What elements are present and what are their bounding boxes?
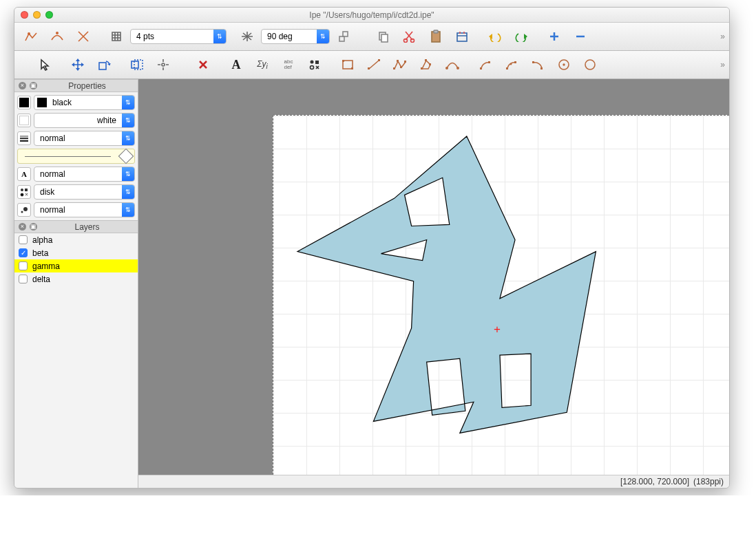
svg-point-15 [411, 39, 414, 43]
fill-swatch-icon[interactable] [17, 114, 31, 127]
chevron-updown-icon: ⇅ [213, 30, 226, 43]
paste-icon[interactable] [423, 26, 448, 47]
paragraph-icon[interactable]: abcdef [276, 54, 301, 75]
svg-rect-36 [132, 61, 138, 68]
svg-rect-8 [343, 32, 348, 36]
arrow-style-bar[interactable] [17, 149, 135, 164]
toolbar-overflow-icon[interactable]: » [720, 32, 725, 41]
grid-size-combo[interactable]: 4 pts ⇅ [130, 29, 227, 44]
svg-rect-80 [25, 189, 28, 191]
stretch-tool-icon[interactable] [125, 54, 149, 75]
pan-tool-icon[interactable] [151, 54, 176, 75]
svg-point-14 [404, 39, 408, 43]
pen-icon [17, 131, 31, 145]
layer-visibility-checkbox[interactable] [19, 261, 28, 270]
zoom-window-button[interactable] [45, 11, 53, 19]
stroke-swatch-icon[interactable] [17, 96, 31, 109]
select-tool-icon[interactable] [32, 54, 57, 75]
copy-icon[interactable] [371, 26, 396, 47]
status-ppi: (183ppi) [693, 477, 724, 486]
toolbar-tools: A Σyi abcdef » [14, 51, 729, 79]
arc3-icon[interactable] [525, 54, 550, 75]
line-icon[interactable] [361, 54, 386, 75]
circle2-icon[interactable] [578, 54, 602, 75]
svg-rect-56 [393, 67, 395, 69]
snap-intersection-icon[interactable] [71, 26, 96, 47]
layer-visibility-checkbox[interactable] [19, 275, 28, 283]
svg-marker-27 [41, 60, 48, 70]
mark-icon[interactable] [302, 54, 327, 75]
drawn-shape[interactable] [297, 136, 596, 433]
snap-grid-icon[interactable] [104, 26, 129, 47]
close-panel-icon[interactable]: × [19, 223, 26, 230]
math-icon[interactable]: Σyi [250, 54, 275, 75]
svg-point-74 [563, 63, 565, 65]
mark-size-combo[interactable]: normal⇅ [34, 202, 135, 217]
text-size-combo[interactable]: normal⇅ [34, 167, 135, 182]
svg-rect-71 [532, 61, 534, 63]
layer-visibility-checkbox[interactable]: ✓ [19, 248, 28, 257]
toolbar-overflow-icon[interactable]: » [720, 60, 725, 69]
layers-panel-header[interactable]: × ▣ Layers [14, 220, 138, 233]
layer-name: alpha [32, 235, 52, 245]
rotate-tool-icon[interactable] [92, 54, 116, 75]
content-area: × ▣ Properties black ⇅ white [14, 79, 729, 488]
close-panel-icon[interactable]: × [19, 82, 26, 89]
mark-size-icon [17, 203, 31, 217]
angle-combo[interactable]: 90 deg ⇅ [261, 29, 330, 44]
svg-rect-61 [421, 67, 423, 69]
layer-row[interactable]: ✓beta [14, 246, 138, 259]
mark-shape-combo[interactable]: disk⇅ [34, 184, 135, 200]
svg-rect-66 [480, 67, 482, 69]
pen-combo[interactable]: normal⇅ [34, 131, 135, 146]
fill-color-combo[interactable]: white ⇅ [34, 113, 135, 128]
detach-panel-icon[interactable]: ▣ [30, 82, 37, 89]
minimize-window-button[interactable] [33, 11, 41, 19]
undo-icon[interactable] [483, 26, 507, 47]
layer-row[interactable]: gamma [14, 259, 138, 272]
stroke-color-combo[interactable]: black ⇅ [34, 95, 135, 110]
svg-line-53 [369, 61, 379, 69]
close-window-button[interactable] [21, 11, 28, 19]
layer-row[interactable]: alpha [14, 233, 138, 246]
polyline-icon[interactable] [388, 54, 412, 75]
window-title: Ipe "/Users/hugo/temp/i/cdt2d.ipe" [309, 10, 434, 20]
sidebar: × ▣ Properties black ⇅ white [14, 79, 138, 488]
svg-rect-17 [434, 30, 438, 33]
snap-angle-icon[interactable] [235, 26, 260, 47]
snap-vertex-icon[interactable] [19, 26, 43, 47]
polygon-icon[interactable] [414, 54, 439, 75]
layer-row[interactable]: delta [14, 272, 138, 286]
properties-panel-header[interactable]: × ▣ Properties [14, 79, 138, 92]
layer-visibility-checkbox[interactable] [19, 235, 28, 244]
angle-value: 90 deg [262, 32, 317, 41]
delete-icon[interactable] [191, 54, 216, 75]
spline-icon[interactable] [440, 54, 465, 75]
cut-icon[interactable] [397, 26, 422, 47]
svg-rect-57 [397, 60, 399, 62]
mark-shape-icon [17, 185, 31, 199]
svg-point-45 [311, 61, 314, 64]
arc2-icon[interactable] [499, 54, 524, 75]
text-label-icon[interactable]: A [224, 54, 249, 75]
svg-point-65 [456, 67, 459, 69]
calendar-icon[interactable] [450, 26, 474, 47]
properties-panel: black ⇅ white ⇅ normal⇅ [14, 92, 138, 220]
arc1-icon[interactable] [473, 54, 498, 75]
snap-auto-icon[interactable] [331, 26, 356, 47]
detach-panel-icon[interactable]: ▣ [30, 223, 37, 230]
svg-point-84 [21, 211, 23, 213]
circle1-icon[interactable] [552, 54, 576, 75]
grid-size-value: 4 pts [131, 32, 213, 41]
svg-rect-54 [368, 67, 370, 69]
snap-control-icon[interactable] [45, 26, 70, 47]
translate-tool-icon[interactable] [65, 54, 90, 75]
svg-rect-11 [381, 34, 388, 42]
minus-icon[interactable] [568, 26, 593, 47]
svg-rect-9 [339, 36, 344, 41]
rectangle-icon[interactable] [335, 54, 360, 75]
canvas[interactable]: + [138, 79, 729, 475]
plus-icon[interactable] [542, 26, 567, 47]
redo-icon[interactable] [509, 26, 534, 47]
svg-point-68 [510, 63, 512, 65]
